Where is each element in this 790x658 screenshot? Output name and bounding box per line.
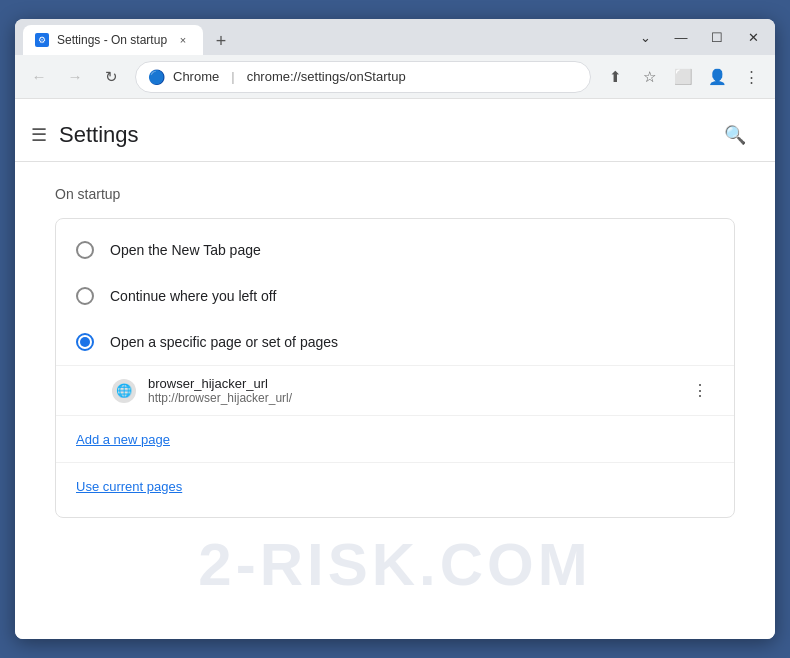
- settings-main: On startup Open the New Tab page Continu…: [15, 162, 775, 639]
- radio-new-tab[interactable]: [76, 241, 94, 259]
- minimize-button[interactable]: —: [667, 23, 695, 51]
- site-globe-icon: 🌐: [112, 379, 136, 403]
- new-tab-button[interactable]: +: [207, 27, 235, 55]
- settings-title-row: ☰ Settings: [31, 122, 139, 148]
- site-info: browser_hijacker_url http://browser_hija…: [148, 376, 674, 405]
- settings-title: Settings: [59, 122, 139, 148]
- site-url: http://browser_hijacker_url/: [148, 391, 674, 405]
- hamburger-icon[interactable]: ☰: [31, 124, 47, 146]
- address-prefix: Chrome: [173, 69, 219, 84]
- back-button[interactable]: ←: [23, 61, 55, 93]
- search-settings-button[interactable]: 🔍: [719, 119, 751, 151]
- address-bar[interactable]: 🔵 Chrome |: [135, 61, 591, 93]
- page-wrapper: ☰ Settings 🔍 On startup Open the New Tab…: [15, 99, 775, 639]
- use-current-pages-link[interactable]: Use current pages: [76, 479, 182, 494]
- startup-url-entry: 🌐 browser_hijacker_url http://browser_hi…: [56, 365, 734, 415]
- maximize-button[interactable]: ☐: [703, 23, 731, 51]
- section-title: On startup: [55, 186, 735, 202]
- add-page-row: Add a new page: [56, 415, 734, 462]
- profile-button[interactable]: 👤: [701, 61, 733, 93]
- active-tab[interactable]: ⚙ Settings - On startup ×: [23, 25, 203, 55]
- settings-header: ☰ Settings 🔍: [15, 99, 775, 162]
- chevron-button[interactable]: ⌄: [631, 23, 659, 51]
- tab-close-button[interactable]: ×: [175, 32, 191, 48]
- option-new-tab[interactable]: Open the New Tab page: [56, 227, 734, 273]
- forward-button[interactable]: →: [59, 61, 91, 93]
- options-card: Open the New Tab page Continue where you…: [55, 218, 735, 518]
- radio-continue[interactable]: [76, 287, 94, 305]
- window-controls: ⌄ — ☐ ✕: [631, 23, 767, 51]
- tab-strip: ⚙ Settings - On startup × +: [23, 19, 631, 55]
- toolbar-actions: ⬆ ☆ ⬜ 👤 ⋮: [599, 61, 767, 93]
- radio-specific[interactable]: [76, 333, 94, 351]
- toolbar: ← → ↻ 🔵 Chrome | ⬆ ☆ ⬜ 👤: [15, 55, 775, 99]
- chrome-logo-icon: 🔵: [148, 69, 165, 85]
- browser-window: ⚙ Settings - On startup × + ⌄ — ☐ ✕: [15, 19, 775, 639]
- share-button[interactable]: ⬆: [599, 61, 631, 93]
- close-button[interactable]: ✕: [739, 23, 767, 51]
- page-content: ☰ Settings 🔍 On startup Open the New Tab…: [15, 99, 775, 639]
- option-new-tab-label: Open the New Tab page: [110, 242, 261, 258]
- address-input[interactable]: [247, 69, 578, 84]
- bookmark-button[interactable]: ☆: [633, 61, 665, 93]
- option-continue-label: Continue where you left off: [110, 288, 276, 304]
- tab-title: Settings - On startup: [57, 33, 167, 47]
- site-name: browser_hijacker_url: [148, 376, 674, 391]
- tab-favicon: ⚙: [35, 33, 49, 47]
- entry-more-button[interactable]: ⋮: [686, 377, 714, 405]
- option-continue[interactable]: Continue where you left off: [56, 273, 734, 319]
- refresh-button[interactable]: ↻: [95, 61, 127, 93]
- address-separator: |: [231, 69, 234, 84]
- option-specific[interactable]: Open a specific page or set of pages: [56, 319, 734, 365]
- option-specific-label: Open a specific page or set of pages: [110, 334, 338, 350]
- extensions-button[interactable]: ⬜: [667, 61, 699, 93]
- title-bar: ⚙ Settings - On startup × + ⌄ — ☐ ✕: [15, 19, 775, 55]
- add-new-page-link[interactable]: Add a new page: [76, 432, 170, 447]
- use-current-row: Use current pages: [56, 462, 734, 509]
- chrome-menu-button[interactable]: ⋮: [735, 61, 767, 93]
